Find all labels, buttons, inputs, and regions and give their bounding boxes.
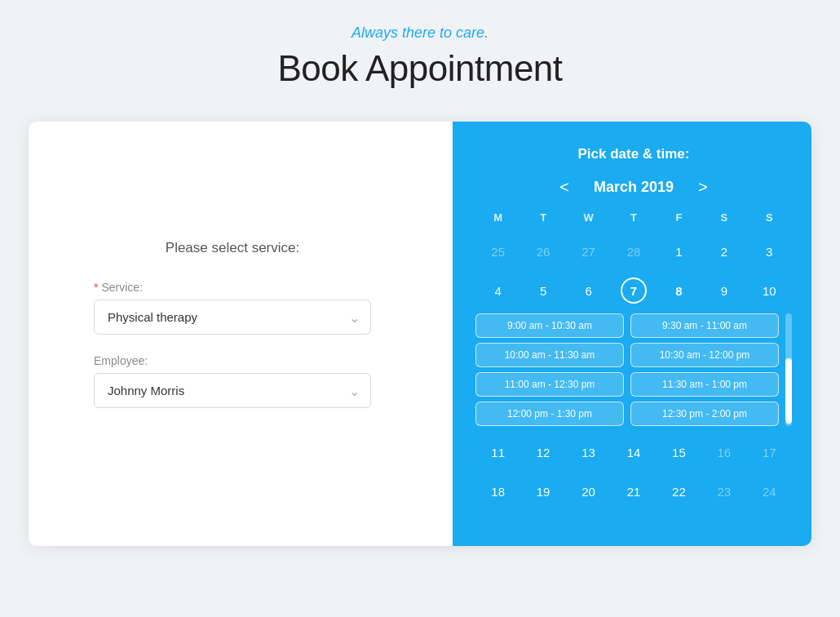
time-slot-btn[interactable]: 11:00 am - 12:30 pm [475, 372, 624, 397]
calendar-day[interactable]: 6 [566, 271, 611, 310]
pick-datetime-title: Pick date & time: [475, 146, 792, 162]
service-select[interactable]: Physical therapy General Consultation Ma… [94, 300, 371, 335]
calendar-day[interactable]: 26 [520, 232, 565, 271]
time-slots-area: 9:00 am - 10:30 am 10:00 am - 11:30 am 1… [475, 313, 792, 426]
week-3: 11 12 13 14 15 16 17 [475, 433, 792, 472]
day-header-tue: T [520, 208, 565, 227]
employee-label: Employee: [94, 354, 371, 367]
day-header-sun: S [747, 208, 792, 227]
calendar-day[interactable]: 4 [475, 271, 520, 310]
select-service-title: Please select service: [94, 240, 371, 256]
calendar-day[interactable]: 3 [747, 232, 792, 271]
page-title: Book Appointment [0, 48, 840, 89]
calendar-day[interactable]: 19 [520, 472, 565, 511]
page-header: Always there to care. Book Appointment [0, 0, 840, 105]
calendar-day[interactable]: 12 [520, 433, 565, 472]
scrollbar-track [785, 313, 792, 426]
calendar-day[interactable]: 1 [657, 232, 701, 271]
time-slot-btn[interactable]: 12:30 pm - 2:00 pm [630, 402, 779, 426]
calendar-day[interactable]: 28 [611, 232, 656, 271]
time-slot-btn[interactable]: 10:00 am - 11:30 am [475, 343, 624, 367]
day-header-sat: S [701, 208, 746, 227]
next-month-button[interactable]: > [690, 177, 716, 197]
calendar-day[interactable]: 11 [475, 433, 520, 472]
calendar-day[interactable]: 5 [520, 271, 565, 310]
calendar-day[interactable]: 24 [747, 472, 792, 511]
calendar-day[interactable]: 10 [747, 271, 792, 310]
calendar-weeks: 25 26 27 28 1 2 3 4 5 6 7 8 9 10 [475, 232, 792, 511]
employee-field-group: Employee: Johnny Morris Jane Smith Rober… [94, 354, 371, 408]
day-header-mon: M [475, 208, 520, 227]
service-select-wrapper: Physical therapy General Consultation Ma… [94, 300, 371, 335]
time-slot-btn[interactable]: 12:00 pm - 1:30 pm [475, 402, 624, 426]
calendar-day[interactable]: 2 [701, 232, 746, 271]
time-slot-btn[interactable]: 10:30 am - 12:00 pm [630, 343, 779, 367]
employee-select-wrapper: Johnny Morris Jane Smith Robert Brown ⌄ [94, 373, 371, 408]
calendar-day[interactable]: 17 [747, 433, 792, 472]
calendar-day[interactable]: 14 [611, 433, 656, 472]
prev-month-button[interactable]: < [551, 177, 577, 197]
calendar-day[interactable]: 25 [475, 232, 520, 271]
service-label: * Service: [94, 281, 371, 294]
time-slot-btn[interactable]: 9:30 am - 11:00 am [630, 313, 779, 338]
calendar-day[interactable]: 16 [701, 433, 746, 472]
time-slot-btn[interactable]: 11:30 am - 1:00 pm [630, 372, 779, 397]
calendar-day[interactable]: 18 [475, 472, 520, 511]
calendar-day[interactable]: 13 [566, 433, 611, 472]
calendar-day[interactable]: 27 [566, 232, 611, 271]
day-header-wed: W [566, 208, 611, 227]
calendar-day[interactable]: 15 [657, 433, 701, 472]
calendar-day[interactable]: 20 [566, 472, 611, 511]
calendar-day[interactable]: 22 [657, 472, 701, 511]
week-1: 25 26 27 28 1 2 3 [475, 232, 792, 271]
day-header-fri: F [657, 208, 701, 227]
right-panel: Pick date & time: < March 2019 > M T W T… [453, 122, 811, 546]
day-header-thu: T [611, 208, 656, 227]
service-field-group: * Service: Physical therapy General Cons… [94, 281, 371, 335]
calendar-day[interactable]: 8 [657, 271, 701, 310]
month-label: March 2019 [594, 179, 674, 196]
time-slots-left-col: 9:00 am - 10:30 am 10:00 am - 11:30 am 1… [475, 313, 624, 426]
calendar-grid: M T W T F S S 25 26 27 28 1 2 3 [475, 208, 792, 511]
required-star: * [94, 281, 98, 294]
left-panel: Please select service: * Service: Physic… [29, 122, 453, 546]
calendar-day[interactable]: 9 [701, 271, 746, 310]
tagline: Always there to care. [0, 24, 840, 42]
employee-select[interactable]: Johnny Morris Jane Smith Robert Brown [94, 373, 371, 408]
time-slot-btn[interactable]: 9:00 am - 10:30 am [475, 313, 624, 338]
week-2: 4 5 6 7 8 9 10 [475, 271, 792, 310]
calendar-day[interactable]: 21 [611, 472, 656, 511]
calendar-day[interactable]: 23 [701, 472, 746, 511]
week-4: 18 19 20 21 22 23 24 [475, 472, 792, 511]
day-headers: M T W T F S S [475, 208, 792, 227]
time-slots-right-col: 9:30 am - 11:00 am 10:30 am - 12:00 pm 1… [630, 313, 779, 426]
calendar-nav: < March 2019 > [475, 177, 792, 197]
calendar-day-selected[interactable]: 7 [611, 271, 656, 310]
scrollbar-thumb [785, 358, 792, 424]
main-card: Please select service: * Service: Physic… [29, 122, 811, 546]
